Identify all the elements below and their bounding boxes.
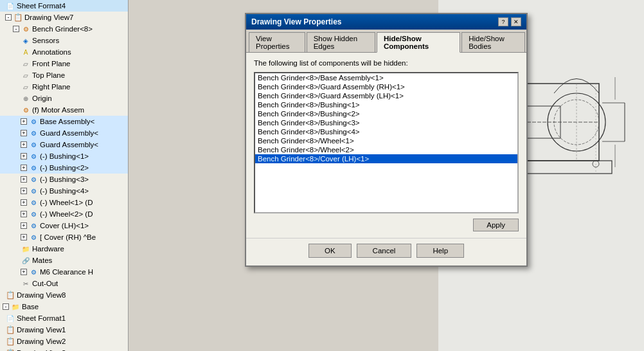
expand-icon[interactable]: + [21,199,27,206]
tree-label: Base Assembly< [40,118,94,125]
assembly-icon: ⚙ [28,116,39,127]
component-list-item-6[interactable]: Bench Grinder<8>/Bushing<3> [255,118,517,127]
tree-item-motor-assem[interactable]: ⚙ (f) Motor Assem [0,104,128,116]
cancel-button[interactable]: Cancel [357,244,412,258]
apply-row: Apply [254,219,519,231]
tree-label: Sensors [32,37,59,44]
tree-item-cover-lh[interactable]: + ⚙ Cover (LH)<1> [0,220,128,231]
tab-hide-show-components[interactable]: Hide/Show Components [377,32,460,53]
dialog-title: Drawing View Properties [251,17,342,26]
assembly-icon: ⚙ [28,128,39,138]
tree-item-drawing-view1[interactable]: 📋 Drawing View1 [0,324,128,336]
tree-item-front-plane[interactable]: ▱ Front Plane [0,58,128,69]
expand-icon[interactable]: - [5,14,12,21]
tree-item-cut-out[interactable]: ✂ Cut-Out [0,278,128,289]
tree-item-bushing1[interactable]: + ⚙ (-) Bushing<1> [0,150,128,162]
tree-label: (-) Bushing<1> [40,152,89,160]
part-icon: ⚙ [28,209,39,219]
tree-label: Sheet Format4 [17,2,66,10]
component-list-item-5[interactable]: Bench Grinder<8>/Bushing<2> [255,109,517,118]
expand-icon[interactable]: + [21,141,27,148]
component-list-item-4[interactable]: Bench Grinder<8>/Bushing<1> [255,100,517,109]
tree-label: Hardware [32,245,64,253]
ok-button[interactable]: OK [309,244,352,258]
expand-icon[interactable]: + [21,118,27,125]
tree-item-base-assembly[interactable]: + ⚙ Base Assembly< [0,116,128,127]
dialog-content: The following list of components will be… [246,53,526,238]
tree-label: (-) Bushing<2> [40,164,89,172]
folder-icon: 📁 [10,302,21,312]
tree-item-origin[interactable]: ⊕ Origin [0,93,128,104]
expand-icon[interactable]: + [21,222,27,229]
component-list-item-10[interactable]: Bench Grinder<8>/Cover (LH)<1> [255,154,517,163]
tree-item-drawing-view2[interactable]: 📋 Drawing View2 [0,336,128,347]
help-footer-button[interactable]: Help [416,244,464,258]
expand-icon[interactable]: + [21,234,27,240]
tree-label: Front Plane [32,60,70,68]
tree-item-guard-assembly1[interactable]: + ⚙ Guard Assembly< [0,127,128,139]
expand-icon[interactable]: - [13,26,19,32]
sheet-icon: 📄 [5,313,15,323]
tree-item-bushing4[interactable]: + ⚙ (-) Bushing<4> [0,185,128,197]
expand-icon[interactable]: + [21,165,27,171]
tree-label: Drawing View1 [17,326,66,334]
component-list-item-1[interactable]: Bench Grinder<8>/Base Assembly<1> [255,73,517,82]
expand-icon[interactable]: + [21,188,27,194]
tree-label: Top Plane [32,71,65,79]
expand-icon[interactable]: + [21,269,27,275]
tree-item-base[interactable]: - 📁 Base [0,301,128,312]
apply-button[interactable]: Apply [473,219,519,231]
expand-icon[interactable]: - [3,303,9,310]
dialog-overlay: Drawing View Properties ? ✕ View Propert… [129,0,644,351]
tree-item-sheet-format1[interactable]: 📄 Sheet Format1 [0,312,128,324]
tab-show-hidden-edges[interactable]: Show Hidden Edges [307,32,375,52]
tree-item-annotations[interactable]: A Annotations [0,46,128,58]
tree-item-wheel1[interactable]: + ⚙ (-) Wheel<1> (D [0,197,128,208]
tree-item-wheel2[interactable]: + ⚙ (-) Wheel<2> (D [0,208,128,220]
view-icon: 📋 [13,12,23,22]
tree-item-drawing-view3[interactable]: 📋 Drawing View3 [0,347,128,351]
tab-hide-show-bodies[interactable]: Hide/Show Bodies [461,32,525,52]
expand-icon[interactable]: + [21,130,27,136]
tree-item-mates[interactable]: 🔗 Mates [0,255,128,266]
tree-item-drawing-view7[interactable]: - 📋 Drawing View7 [0,12,128,23]
tree-item-bushing3[interactable]: + ⚙ (-) Bushing<3> [0,174,128,185]
tab-view-properties[interactable]: View Properties [249,32,305,52]
component-list-item-9[interactable]: Bench Grinder<8>/Wheel<2> [255,145,517,154]
tree-label: Mates [32,256,52,264]
component-list-item-8[interactable]: Bench Grinder<8>/Wheel<1> [255,136,517,145]
component-list-item-7[interactable]: Bench Grinder<8>/Bushing<4> [255,127,517,136]
component-list-item-3[interactable]: Bench Grinder<8>/Guard Assembly (LH)<1> [255,91,517,100]
help-button[interactable]: ? [498,17,508,26]
part-icon: ⚙ [28,267,39,277]
component-list-item-2[interactable]: Bench Grinder<8>/Guard Assembly (RH)<1> [255,82,517,91]
plane-icon: ▱ [21,70,31,80]
tree-item-bushing2[interactable]: + ⚙ (-) Bushing<2> [0,162,128,174]
dialog-titlebar: Drawing View Properties ? ✕ [246,14,526,30]
close-button[interactable]: ✕ [511,17,521,26]
tree-item-bench-grinder[interactable]: - ⚙ Bench Grinder<8> [0,23,128,35]
tree-item-top-plane[interactable]: ▱ Top Plane [0,69,128,81]
expand-icon[interactable]: + [21,211,27,217]
component-list[interactable]: Bench Grinder<8>/Base Assembly<1> Bench … [254,72,519,213]
tree-item-sheet-format4[interactable]: 📄 Sheet Format4 [0,0,128,12]
assembly-icon: ⚙ [21,24,31,34]
folder-icon: 📁 [21,244,31,254]
tree-item-drawing-view8[interactable]: 📋 Drawing View8 [0,289,128,301]
assembly-icon: ⚙ [28,140,39,150]
tree-item-hardware[interactable]: 📁 Hardware [0,243,128,255]
tree-label: (-) Bushing<3> [40,176,89,183]
expand-icon[interactable]: + [21,176,27,183]
tree-label: (f) Motor Assem [32,106,84,114]
tree-item-m6-clearance[interactable]: + ⚙ M6 Clearance H [0,266,128,278]
tree-item-guard-assembly2[interactable]: + ⚙ Guard Assembly< [0,139,128,150]
tree-item-sensors[interactable]: ◈ Sensors [0,35,128,46]
tree-item-cover-rh[interactable]: + ⚙ [ Cover (RH) ^Be [0,231,128,243]
part-icon: ⚙ [28,197,39,208]
expand-icon[interactable]: + [21,153,27,159]
view-icon: 📋 [5,290,15,300]
plane-icon: ▱ [21,59,31,69]
tree-label: Base [22,303,39,310]
tree-item-right-plane[interactable]: ▱ Right Plane [0,81,128,93]
sheet-icon: 📄 [5,1,15,11]
